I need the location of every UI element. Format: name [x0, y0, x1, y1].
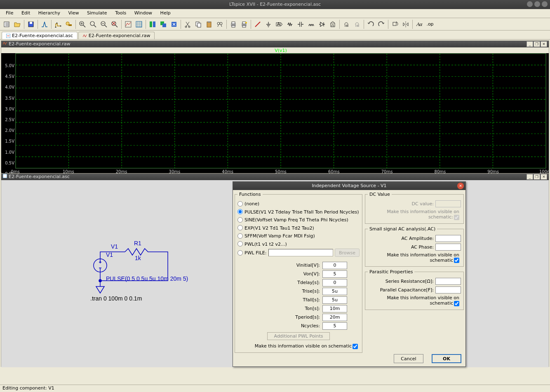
- mirror-icon[interactable]: [401, 19, 411, 29]
- menu-help[interactable]: Help: [157, 9, 174, 17]
- radio-none-label[interactable]: (none): [244, 201, 259, 207]
- radio-sine[interactable]: [237, 217, 243, 223]
- cancel-button[interactable]: Cancel: [394, 354, 423, 363]
- tfall-input[interactable]: 5u: [322, 296, 347, 304]
- redo-icon[interactable]: [376, 19, 386, 29]
- tab-waveform[interactable]: E2-Fuente-exponencial.raw: [78, 32, 155, 39]
- browse-button[interactable]: Browse: [335, 249, 360, 257]
- menu-simulate[interactable]: Simulate: [84, 9, 110, 17]
- halt-icon[interactable]: [64, 19, 74, 29]
- tdelay-input[interactable]: 0: [322, 279, 347, 286]
- radio-pwl-label[interactable]: PWL(t1 v1 t2 v2...): [244, 241, 287, 246]
- control-panel-icon[interactable]: [40, 19, 49, 29]
- radio-sffm[interactable]: [237, 233, 243, 239]
- menu-view[interactable]: View: [65, 9, 82, 17]
- move-icon[interactable]: [341, 19, 351, 29]
- ac-phase-input[interactable]: [435, 244, 461, 251]
- pane-min-icon[interactable]: _: [526, 174, 533, 180]
- spice-directive-icon[interactable]: .op: [425, 19, 435, 29]
- diode-icon[interactable]: [317, 19, 327, 29]
- pane-restore-icon[interactable]: ❐: [534, 174, 540, 180]
- resistor-icon[interactable]: [285, 19, 295, 29]
- pwl-file-input[interactable]: [268, 249, 333, 256]
- parallel-capacitance-input[interactable]: [435, 286, 461, 293]
- pane-restore-icon[interactable]: ❐: [534, 41, 540, 47]
- paste-icon[interactable]: [204, 19, 214, 29]
- label-net-icon[interactable]: A: [274, 19, 284, 29]
- radio-pulse[interactable]: [237, 209, 243, 214]
- close-window-icon[interactable]: [169, 19, 179, 29]
- drag-icon[interactable]: [352, 19, 362, 29]
- radio-pwlfile[interactable]: [237, 250, 243, 256]
- undo-icon[interactable]: [366, 19, 376, 29]
- menu-edit[interactable]: Edit: [18, 9, 33, 17]
- trace-label[interactable]: V(v1): [275, 48, 287, 53]
- cut-icon[interactable]: [183, 19, 193, 29]
- series-resistance-input[interactable]: [435, 278, 461, 285]
- autorange-icon[interactable]: [123, 19, 133, 29]
- run-icon[interactable]: [53, 19, 63, 29]
- menu-window[interactable]: Window: [131, 9, 155, 17]
- menu-tools[interactable]: Tools: [112, 9, 129, 17]
- save-icon[interactable]: [26, 19, 36, 29]
- von-input[interactable]: 5: [322, 270, 347, 278]
- tile-windows-icon[interactable]: [148, 19, 157, 29]
- status-text: Editing component: V1: [2, 385, 54, 391]
- resistor-r1-label[interactable]: R1: [134, 240, 141, 246]
- radio-pwlfile-label[interactable]: PWL FILE:: [244, 250, 267, 256]
- zoom-out-icon[interactable]: [99, 19, 109, 29]
- radio-none[interactable]: [237, 201, 243, 207]
- node-v1-label[interactable]: V1: [111, 243, 118, 250]
- min-icon[interactable]: [527, 1, 533, 7]
- radio-exp-label[interactable]: EXP(V1 V2 Td1 Tau1 Td2 Tau2): [244, 225, 314, 230]
- resistor-r1-value[interactable]: 1k: [135, 255, 141, 261]
- cascade-windows-icon[interactable]: [158, 19, 168, 29]
- pane-min-icon[interactable]: _: [526, 41, 533, 47]
- pulse-directive[interactable]: PULSE(0 5 0 5u 5u 10m 20m 5): [106, 275, 188, 282]
- parasitic-visible-checkbox[interactable]: [454, 301, 459, 306]
- ac-amplitude-input[interactable]: [435, 235, 461, 242]
- radio-sffm-label[interactable]: SFFM(Voff Vamp Fcar MDI Fsig): [244, 233, 315, 239]
- dialog-close-icon[interactable]: ✕: [457, 183, 464, 189]
- find-icon[interactable]: [215, 19, 225, 29]
- ac-visible-checkbox[interactable]: [454, 258, 459, 263]
- dialog-titlebar[interactable]: Independent Voltage Source - V1 ✕: [233, 182, 465, 190]
- plot-area[interactable]: V(v1): [15, 53, 546, 169]
- copy-icon[interactable]: [193, 19, 203, 29]
- zoom-in-icon[interactable]: [78, 19, 87, 29]
- radio-sine-label[interactable]: SINE(Voffset Vamp Freq Td Theta Phi Ncyc…: [244, 217, 348, 223]
- pane-close-icon[interactable]: ✕: [541, 41, 547, 47]
- zoom-fit-icon[interactable]: [110, 19, 120, 29]
- inductor-icon[interactable]: [306, 19, 316, 29]
- ok-button[interactable]: OK: [432, 354, 461, 363]
- component-icon[interactable]: [328, 19, 338, 29]
- tran-directive[interactable]: .tran 0 100m 0 0.1m: [90, 295, 142, 302]
- trise-input[interactable]: 5u: [322, 288, 347, 295]
- ton-input[interactable]: 10m: [322, 305, 347, 312]
- capacitor-icon[interactable]: [296, 19, 306, 29]
- close-icon[interactable]: [542, 1, 548, 7]
- source-v1-label[interactable]: V1: [106, 251, 113, 258]
- print-icon[interactable]: [228, 19, 238, 29]
- vinitial-input[interactable]: 0: [322, 262, 347, 269]
- open-icon[interactable]: [12, 19, 22, 29]
- draw-wire-icon[interactable]: [253, 19, 263, 29]
- zoom-pan-icon[interactable]: [88, 19, 98, 29]
- functions-visible-checkbox[interactable]: [353, 344, 358, 349]
- pick-visible-traces-icon[interactable]: [134, 19, 144, 29]
- menu-file[interactable]: File: [2, 9, 16, 17]
- rotate-icon[interactable]: [390, 19, 400, 29]
- tab-schematic[interactable]: E2-Fuente-exponencial.asc: [2, 32, 78, 39]
- ground-icon[interactable]: [263, 19, 273, 29]
- new-schematic-icon[interactable]: [2, 19, 12, 29]
- radio-pwl[interactable]: [237, 241, 243, 246]
- tperiod-input[interactable]: 20m: [322, 314, 347, 321]
- print-setup-icon[interactable]: [239, 19, 249, 29]
- pane-close-icon[interactable]: ✕: [541, 174, 547, 180]
- text-label-icon[interactable]: Aα: [414, 19, 424, 29]
- ncycles-input[interactable]: 5: [322, 322, 347, 330]
- max-icon[interactable]: [534, 1, 540, 7]
- radio-exp[interactable]: [237, 225, 243, 230]
- menu-hierarchy[interactable]: Hierarchy: [35, 9, 63, 17]
- radio-pulse-label[interactable]: PULSE(V1 V2 Tdelay Trise Tfall Ton Perio…: [244, 209, 359, 214]
